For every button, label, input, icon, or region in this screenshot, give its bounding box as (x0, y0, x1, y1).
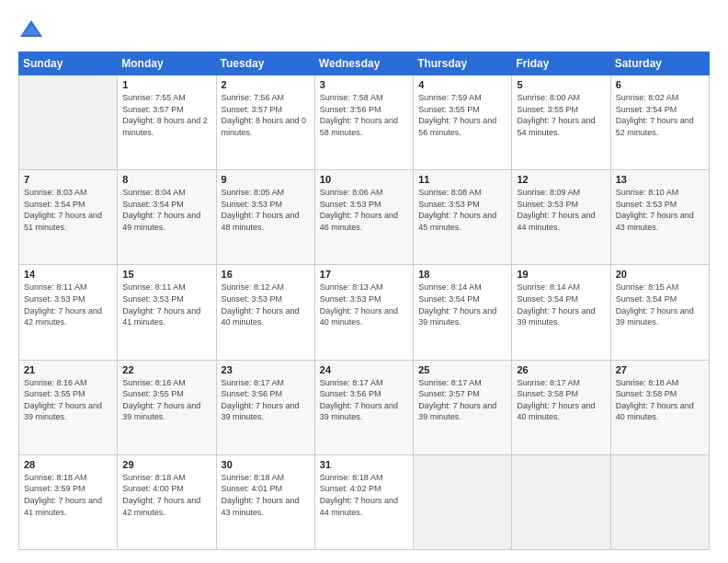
day-info: Sunrise: 8:18 AMSunset: 3:58 PMDaylight:… (616, 377, 704, 423)
col-header-saturday: Saturday (610, 52, 709, 75)
day-cell: 17Sunrise: 8:13 AMSunset: 3:53 PMDayligh… (314, 265, 413, 360)
day-number: 20 (616, 269, 704, 280)
col-header-thursday: Thursday (414, 52, 512, 75)
day-cell: 21Sunrise: 8:16 AMSunset: 3:55 PMDayligh… (19, 360, 118, 454)
day-info: Sunrise: 8:12 AMSunset: 3:53 PMDaylight:… (222, 282, 310, 327)
day-cell: 26Sunrise: 8:17 AMSunset: 3:58 PMDayligh… (512, 360, 610, 454)
day-number: 19 (517, 269, 605, 280)
day-info: Sunrise: 8:18 AMSunset: 4:01 PMDaylight:… (222, 472, 310, 518)
week-row-4: 21Sunrise: 8:16 AMSunset: 3:55 PMDayligh… (19, 360, 710, 454)
day-cell: 19Sunrise: 8:14 AMSunset: 3:54 PMDayligh… (512, 265, 610, 360)
day-number: 26 (517, 364, 605, 375)
logo (18, 17, 48, 42)
day-cell: 24Sunrise: 8:17 AMSunset: 3:56 PMDayligh… (314, 360, 413, 454)
day-info: Sunrise: 8:17 AMSunset: 3:58 PMDaylight:… (517, 377, 605, 423)
day-number: 2 (222, 79, 310, 90)
day-number: 22 (122, 364, 210, 375)
day-cell: 30Sunrise: 8:18 AMSunset: 4:01 PMDayligh… (216, 454, 314, 549)
day-info: Sunrise: 8:08 AMSunset: 3:53 PMDaylight:… (418, 187, 506, 233)
day-cell: 4Sunrise: 7:59 AMSunset: 3:55 PMDaylight… (414, 75, 512, 170)
week-row-5: 28Sunrise: 8:18 AMSunset: 3:59 PMDayligh… (19, 454, 710, 549)
day-number: 1 (122, 79, 210, 90)
day-cell: 14Sunrise: 8:11 AMSunset: 3:53 PMDayligh… (19, 265, 118, 360)
day-info: Sunrise: 8:11 AMSunset: 3:53 PMDaylight:… (24, 282, 112, 327)
day-cell: 28Sunrise: 8:18 AMSunset: 3:59 PMDayligh… (19, 454, 118, 549)
day-number: 15 (122, 269, 210, 280)
day-number: 28 (24, 459, 112, 470)
day-number: 5 (517, 79, 605, 90)
day-info: Sunrise: 8:14 AMSunset: 3:54 PMDaylight:… (418, 282, 506, 327)
col-header-tuesday: Tuesday (216, 52, 314, 75)
day-info: Sunrise: 8:10 AMSunset: 3:53 PMDaylight:… (616, 187, 704, 233)
day-number: 29 (122, 459, 210, 470)
day-info: Sunrise: 8:05 AMSunset: 3:53 PMDaylight:… (222, 187, 310, 233)
day-cell: 6Sunrise: 8:02 AMSunset: 3:54 PMDaylight… (610, 75, 709, 170)
day-info: Sunrise: 8:02 AMSunset: 3:54 PMDaylight:… (616, 92, 704, 138)
day-number: 31 (320, 459, 408, 470)
day-info: Sunrise: 8:00 AMSunset: 3:55 PMDaylight:… (517, 92, 605, 138)
day-cell: 18Sunrise: 8:14 AMSunset: 3:54 PMDayligh… (414, 265, 512, 360)
day-cell: 7Sunrise: 8:03 AMSunset: 3:54 PMDaylight… (19, 170, 118, 265)
col-header-friday: Friday (512, 52, 610, 75)
day-cell: 25Sunrise: 8:17 AMSunset: 3:57 PMDayligh… (414, 360, 512, 454)
day-info: Sunrise: 7:56 AMSunset: 3:57 PMDaylight:… (222, 92, 310, 138)
day-number: 9 (222, 174, 310, 185)
day-cell: 8Sunrise: 8:04 AMSunset: 3:54 PMDaylight… (118, 170, 216, 265)
day-info: Sunrise: 8:18 AMSunset: 3:59 PMDaylight:… (24, 472, 112, 518)
header (18, 17, 710, 42)
day-number: 4 (418, 79, 506, 90)
day-number: 6 (616, 79, 704, 90)
day-cell: 9Sunrise: 8:05 AMSunset: 3:53 PMDaylight… (216, 170, 314, 265)
day-info: Sunrise: 7:58 AMSunset: 3:56 PMDaylight:… (320, 92, 408, 138)
day-info: Sunrise: 8:17 AMSunset: 3:56 PMDaylight:… (320, 377, 408, 423)
day-cell: 22Sunrise: 8:16 AMSunset: 3:55 PMDayligh… (118, 360, 216, 454)
col-header-sunday: Sunday (19, 52, 118, 75)
day-cell: 11Sunrise: 8:08 AMSunset: 3:53 PMDayligh… (414, 170, 512, 265)
day-info: Sunrise: 7:59 AMSunset: 3:55 PMDaylight:… (418, 92, 506, 138)
day-cell (610, 454, 709, 549)
day-number: 27 (616, 364, 704, 375)
day-cell (414, 454, 512, 549)
day-info: Sunrise: 8:16 AMSunset: 3:55 PMDaylight:… (122, 377, 210, 423)
day-number: 18 (418, 269, 506, 280)
day-info: Sunrise: 8:18 AMSunset: 4:00 PMDaylight:… (122, 472, 210, 518)
day-cell: 23Sunrise: 8:17 AMSunset: 3:56 PMDayligh… (216, 360, 314, 454)
day-number: 17 (320, 269, 408, 280)
day-cell: 27Sunrise: 8:18 AMSunset: 3:58 PMDayligh… (610, 360, 709, 454)
day-info: Sunrise: 8:06 AMSunset: 3:53 PMDaylight:… (320, 187, 408, 233)
day-cell (19, 75, 118, 170)
day-cell: 12Sunrise: 8:09 AMSunset: 3:53 PMDayligh… (512, 170, 610, 265)
day-cell: 5Sunrise: 8:00 AMSunset: 3:55 PMDaylight… (512, 75, 610, 170)
day-info: Sunrise: 8:15 AMSunset: 3:54 PMDaylight:… (616, 282, 704, 327)
calendar-page: SundayMondayTuesdayWednesdayThursdayFrid… (0, 0, 728, 563)
day-number: 13 (616, 174, 704, 185)
day-info: Sunrise: 8:14 AMSunset: 3:54 PMDaylight:… (517, 282, 605, 327)
day-cell: 16Sunrise: 8:12 AMSunset: 3:53 PMDayligh… (216, 265, 314, 360)
col-header-monday: Monday (118, 52, 216, 75)
day-info: Sunrise: 8:18 AMSunset: 4:02 PMDaylight:… (320, 472, 408, 518)
day-info: Sunrise: 8:17 AMSunset: 3:56 PMDaylight:… (222, 377, 310, 423)
week-row-1: 1Sunrise: 7:55 AMSunset: 3:57 PMDaylight… (19, 75, 710, 170)
week-row-2: 7Sunrise: 8:03 AMSunset: 3:54 PMDaylight… (19, 170, 710, 265)
day-cell: 29Sunrise: 8:18 AMSunset: 4:00 PMDayligh… (118, 454, 216, 549)
calendar-header-row: SundayMondayTuesdayWednesdayThursdayFrid… (19, 52, 710, 75)
calendar-table: SundayMondayTuesdayWednesdayThursdayFrid… (18, 52, 710, 550)
day-info: Sunrise: 8:04 AMSunset: 3:54 PMDaylight:… (122, 187, 210, 233)
day-info: Sunrise: 7:55 AMSunset: 3:57 PMDaylight:… (122, 92, 210, 138)
day-cell: 10Sunrise: 8:06 AMSunset: 3:53 PMDayligh… (314, 170, 413, 265)
day-cell: 15Sunrise: 8:11 AMSunset: 3:53 PMDayligh… (118, 265, 216, 360)
day-number: 23 (222, 364, 310, 375)
day-number: 14 (24, 269, 112, 280)
day-number: 24 (320, 364, 408, 375)
day-number: 8 (122, 174, 210, 185)
day-number: 7 (24, 174, 112, 185)
day-number: 12 (517, 174, 605, 185)
day-info: Sunrise: 8:16 AMSunset: 3:55 PMDaylight:… (24, 377, 112, 423)
day-cell: 13Sunrise: 8:10 AMSunset: 3:53 PMDayligh… (610, 170, 709, 265)
day-info: Sunrise: 8:09 AMSunset: 3:53 PMDaylight:… (517, 187, 605, 233)
day-cell: 20Sunrise: 8:15 AMSunset: 3:54 PMDayligh… (610, 265, 709, 360)
day-number: 11 (418, 174, 506, 185)
day-info: Sunrise: 8:13 AMSunset: 3:53 PMDaylight:… (320, 282, 408, 327)
day-cell: 1Sunrise: 7:55 AMSunset: 3:57 PMDaylight… (118, 75, 216, 170)
day-cell: 2Sunrise: 7:56 AMSunset: 3:57 PMDaylight… (216, 75, 314, 170)
